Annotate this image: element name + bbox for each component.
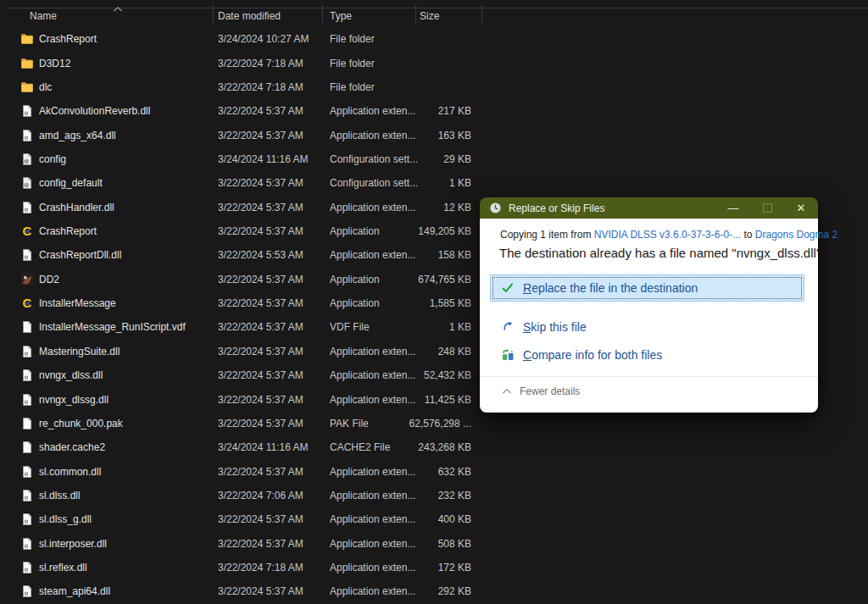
close-button[interactable]: ✕	[784, 197, 818, 219]
file-row[interactable]: sl.interposer.dll 3/22/2024 5:37 AM Appl…	[0, 532, 868, 556]
dd2-app-icon	[20, 273, 34, 286]
file-type: File folder	[330, 33, 375, 45]
file-name: sl.dlss_g.dll	[39, 513, 92, 525]
file-name: nvngx_dlss.dll	[39, 369, 103, 381]
window-controls: — ✕	[716, 197, 818, 219]
file-date-modified: 3/22/2024 7:18 AM	[218, 81, 303, 93]
file-date-modified: 3/24/2024 11:16 AM	[218, 153, 309, 165]
dll-file-icon	[20, 104, 34, 118]
file-row[interactable]: re_chunk_000.pak 3/22/2024 5:37 AM PAK F…	[0, 412, 868, 435]
file-size: 232 KB	[387, 490, 471, 501]
file-date-modified: 3/22/2024 5:37 AM	[218, 369, 303, 381]
capcom-app-icon: C	[20, 296, 34, 310]
file-row[interactable]: amd_ags_x64.dll 3/22/2024 5:37 AM Applic…	[0, 123, 868, 147]
copy-dialog-clock-icon	[489, 202, 502, 214]
file-name: sl.common.dll	[39, 466, 101, 478]
file-size: 1 KB	[387, 177, 471, 189]
column-header-type[interactable]: Type	[330, 10, 352, 22]
copy-summary: Copying 1 item from NVIDIA DLSS v3.6.0-3…	[500, 229, 837, 241]
file-name: config	[39, 153, 66, 165]
maximize-button[interactable]	[750, 197, 784, 219]
column-header-size[interactable]: Size	[420, 10, 439, 22]
file-name: CrashReportDll.dll	[39, 249, 121, 261]
file-size: 52,432 KB	[387, 369, 471, 381]
replace-file-option[interactable]: Replace the file in the destination	[490, 274, 804, 302]
file-name: InstallerMessage_RunIScript.vdf	[39, 321, 186, 333]
file-date-modified: 3/22/2024 5:37 AM	[218, 346, 303, 357]
file-type: File folder	[330, 81, 375, 93]
file-name: shader.cache2	[39, 441, 105, 453]
file-type: Application	[330, 274, 380, 285]
file-date-modified: 3/22/2024 5:37 AM	[218, 321, 303, 333]
file-name: MasteringSuite.dll	[39, 346, 120, 357]
file-type: PAK File	[330, 418, 369, 429]
file-name: DD2	[39, 274, 59, 285]
dialog-titlebar: Replace or Skip Files — ✕	[480, 197, 818, 219]
column-header-date-modified[interactable]: Date modified	[218, 10, 281, 22]
file-row[interactable]: dlc 3/22/2024 7:18 AM File folder	[0, 75, 868, 99]
file-date-modified: 3/22/2024 5:53 AM	[218, 249, 303, 261]
fewer-details-toggle[interactable]: Fewer details	[502, 385, 580, 397]
column-header-name[interactable]: Name	[30, 10, 57, 22]
file-name: steam_api64.dll	[39, 585, 110, 597]
file-size: 12 KB	[387, 202, 471, 213]
dll-file-icon	[20, 561, 34, 574]
dll-file-icon	[20, 465, 34, 479]
column-divider[interactable]	[213, 4, 214, 23]
file-row[interactable]: config 3/24/2024 11:16 AM Configuration …	[0, 147, 868, 171]
file-date-modified: 3/22/2024 5:37 AM	[218, 177, 303, 189]
conflict-message: The destination already has a file named…	[499, 246, 821, 260]
file-size: 400 KB	[387, 513, 471, 525]
file-row[interactable]: CrashReport 3/24/2024 10:27 AM File fold…	[0, 27, 868, 51]
file-size: 508 KB	[387, 538, 471, 550]
source-folder-link[interactable]: NVIDIA DLSS v3.6.0-37-3-6-0-...	[594, 229, 741, 241]
file-name: AkConvolutionReverb.dll	[39, 105, 150, 117]
file-date-modified: 3/24/2024 11:16 AM	[218, 441, 309, 453]
dll-file-icon	[20, 129, 34, 142]
file-date-modified: 3/22/2024 5:37 AM	[218, 394, 303, 406]
fewer-details-label: Fewer details	[520, 385, 580, 397]
file-date-modified: 3/22/2024 5:37 AM	[218, 418, 303, 429]
file-name: CrashHandler.dll	[39, 202, 114, 213]
dialog-body: Copying 1 item from NVIDIA DLSS v3.6.0-3…	[480, 219, 818, 413]
skip-file-option-label: Skip this file	[523, 320, 587, 334]
file-row[interactable]: sl.reflex.dll 3/22/2024 7:18 AM Applicat…	[0, 556, 868, 579]
file-date-modified: 3/22/2024 5:37 AM	[218, 274, 303, 285]
file-date-modified: 3/22/2024 7:18 AM	[218, 58, 303, 69]
file-date-modified: 3/22/2024 5:37 AM	[218, 297, 303, 309]
file-row[interactable]: AkConvolutionReverb.dll 3/22/2024 5:37 A…	[0, 99, 868, 123]
file-date-modified: 3/24/2024 10:27 AM	[218, 33, 309, 45]
file-row[interactable]: sl.dlss.dll 3/22/2024 7:06 AM Applicatio…	[0, 484, 868, 507]
column-divider[interactable]	[322, 4, 323, 23]
file-size: 158 KB	[387, 249, 471, 261]
file-row[interactable]: sl.dlss_g.dll 3/22/2024 5:37 AM Applicat…	[0, 507, 868, 531]
generic-file-icon	[20, 441, 34, 454]
chevron-up-icon	[502, 388, 512, 395]
dll-file-icon	[20, 368, 34, 382]
file-size: 217 KB	[387, 105, 471, 117]
column-divider[interactable]	[481, 4, 482, 23]
file-row[interactable]: config_default 3/22/2024 5:37 AM Configu…	[0, 171, 868, 195]
file-name: sl.interposer.dll	[39, 538, 107, 550]
file-size: 1 KB	[387, 321, 471, 333]
skip-file-option[interactable]: Skip this file	[501, 317, 587, 337]
file-row[interactable]: sl.common.dll 3/22/2024 5:37 AM Applicat…	[0, 459, 868, 483]
compare-files-option[interactable]: Compare info for both files	[501, 345, 662, 365]
file-name: amd_ags_x64.dll	[39, 130, 116, 141]
destination-folder-link[interactable]: Dragons Dogma 2	[755, 229, 837, 241]
file-row[interactable]: shader.cache2 3/24/2024 11:16 AM CACHE2 …	[0, 435, 868, 459]
compare-files-option-label: Compare info for both files	[523, 348, 662, 362]
column-divider[interactable]	[415, 4, 416, 23]
dll-file-icon	[20, 201, 34, 214]
file-name: InstallerMessage	[39, 297, 116, 309]
config-file-icon	[20, 176, 34, 190]
file-type: VDF File	[330, 321, 370, 333]
minimize-button[interactable]: —	[716, 197, 750, 219]
file-name: sl.reflex.dll	[39, 562, 87, 574]
file-row[interactable]: steam_api64.dll 3/22/2024 5:37 AM Applic…	[0, 579, 868, 603]
file-size: 29 KB	[387, 153, 471, 165]
copy-summary-middle: to	[741, 229, 755, 241]
file-row[interactable]: D3D12 3/22/2024 7:18 AM File folder	[0, 51, 868, 75]
dll-file-icon	[20, 489, 34, 502]
header-top-divider	[7, 8, 868, 8]
